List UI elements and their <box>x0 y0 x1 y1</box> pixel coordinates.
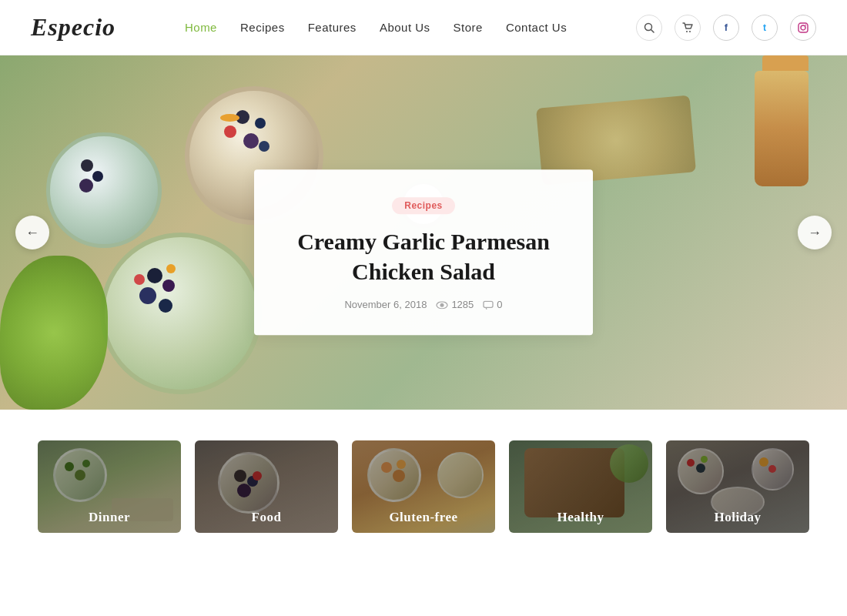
search-icon[interactable] <box>636 15 662 41</box>
jar-decor <box>755 55 816 194</box>
next-arrow[interactable]: → <box>798 216 832 249</box>
nav-actions: f t <box>636 15 816 41</box>
nav-contact[interactable]: Contact Us <box>506 21 567 34</box>
hero-tag[interactable]: Recipes <box>392 197 455 214</box>
nav-store[interactable]: Store <box>454 21 483 34</box>
nav-features[interactable]: Features <box>308 21 357 34</box>
navbar: Especio Home Recipes Features About Us S… <box>0 0 847 55</box>
category-gluten-free[interactable]: Gluten-free <box>352 440 495 533</box>
svg-point-6 <box>805 24 807 25</box>
svg-rect-9 <box>484 301 493 307</box>
hero-comments: 0 <box>483 299 502 310</box>
category-dinner[interactable]: Dinner <box>38 440 181 533</box>
categories-grid: Dinner Food Gluten-free <box>31 440 816 533</box>
svg-rect-4 <box>798 23 808 32</box>
food-bowl-3 <box>100 233 262 394</box>
svg-point-2 <box>686 31 688 32</box>
nav-about[interactable]: About Us <box>380 21 430 34</box>
hero-meta: November 6, 2018 1285 0 <box>288 299 559 310</box>
category-food[interactable]: Food <box>195 440 338 533</box>
category-healthy-label: Healthy <box>509 502 652 533</box>
prev-arrow[interactable]: ← <box>15 216 49 249</box>
svg-point-8 <box>440 303 444 306</box>
cart-icon[interactable] <box>675 15 701 41</box>
svg-point-3 <box>689 31 691 32</box>
hero-section: ← → ▶ Recipes Creamy Garlic Parmesan Chi… <box>0 55 847 410</box>
category-healthy[interactable]: Healthy <box>509 440 652 533</box>
svg-point-5 <box>801 25 805 30</box>
svg-line-1 <box>651 29 654 32</box>
category-gluten-label: Gluten-free <box>352 502 495 533</box>
hero-title: Creamy Garlic Parmesan Chicken Salad <box>288 226 559 286</box>
twitter-icon[interactable]: t <box>752 15 778 41</box>
instagram-icon[interactable] <box>790 15 816 41</box>
nav-home[interactable]: Home <box>185 21 217 34</box>
categories-section: Dinner Food Gluten-free <box>0 410 847 548</box>
category-holiday[interactable]: Holiday <box>666 440 809 533</box>
greens-decor <box>0 256 108 410</box>
hero-views: 1285 <box>436 299 474 310</box>
category-dinner-label: Dinner <box>38 502 181 533</box>
category-food-label: Food <box>195 502 338 533</box>
site-logo[interactable]: Especio <box>31 13 116 42</box>
facebook-icon[interactable]: f <box>713 15 739 41</box>
hero-date: November 6, 2018 <box>344 299 427 310</box>
nav-links: Home Recipes Features About Us Store Con… <box>185 21 567 35</box>
category-holiday-label: Holiday <box>666 502 809 533</box>
nav-recipes[interactable]: Recipes <box>240 21 285 34</box>
food-bowl-2 <box>46 132 162 248</box>
hero-card: Recipes Creamy Garlic Parmesan Chicken S… <box>254 169 593 335</box>
